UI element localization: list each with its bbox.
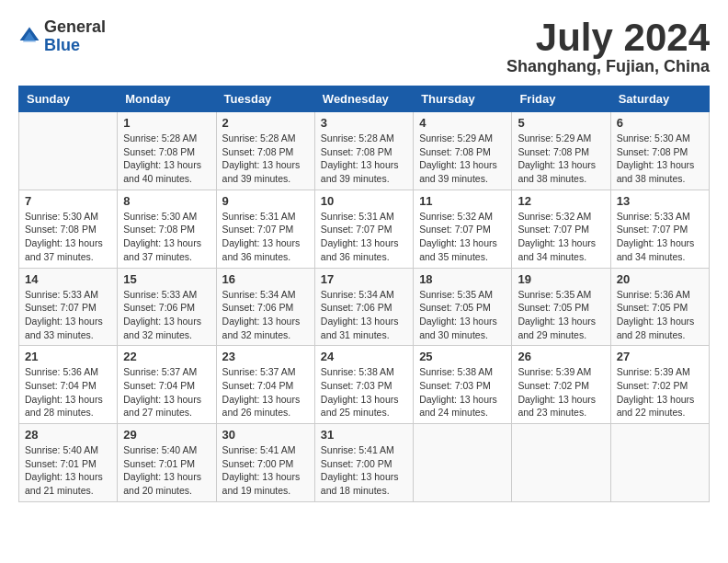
logo-icon [18,26,40,48]
day-number: 31 [321,428,407,442]
col-saturday: Saturday [610,86,709,112]
cell-week3-day2: 16Sunrise: 5:34 AMSunset: 7:06 PMDayligh… [216,268,314,346]
day-info: Sunrise: 5:40 AMSunset: 7:01 PMDaylight:… [25,443,111,498]
cell-week2-day6: 13Sunrise: 5:33 AMSunset: 7:07 PMDayligh… [610,190,709,268]
cell-week4-day3: 24Sunrise: 5:38 AMSunset: 7:03 PMDayligh… [314,346,413,424]
day-info: Sunrise: 5:35 AMSunset: 7:05 PMDaylight:… [419,288,506,342]
cell-week1-day4: 4Sunrise: 5:29 AMSunset: 7:08 PMDaylight… [414,112,512,190]
cell-week5-day6 [610,424,709,502]
day-info: Sunrise: 5:37 AMSunset: 7:04 PMDaylight:… [123,365,210,419]
day-info: Sunrise: 5:30 AMSunset: 7:08 PMDaylight:… [617,132,703,186]
col-wednesday: Wednesday [314,86,413,112]
day-info: Sunrise: 5:28 AMSunset: 7:08 PMDaylight:… [123,132,210,186]
cell-week2-day4: 11Sunrise: 5:32 AMSunset: 7:07 PMDayligh… [414,190,512,268]
day-number: 18 [419,272,506,286]
day-number: 6 [617,116,703,130]
logo-text: General Blue [44,18,106,55]
cell-week3-day6: 20Sunrise: 5:36 AMSunset: 7:05 PMDayligh… [610,268,709,346]
day-number: 2 [222,116,309,130]
day-info: Sunrise: 5:30 AMSunset: 7:08 PMDaylight:… [123,210,210,264]
col-monday: Monday [118,86,216,112]
day-info: Sunrise: 5:32 AMSunset: 7:07 PMDaylight:… [419,210,506,264]
day-number: 11 [419,194,506,208]
day-info: Sunrise: 5:33 AMSunset: 7:07 PMDaylight:… [25,288,111,342]
cell-week1-day5: 5Sunrise: 5:29 AMSunset: 7:08 PMDaylight… [512,112,610,190]
day-number: 12 [518,194,604,208]
col-sunday: Sunday [19,86,118,112]
day-number: 3 [321,116,407,130]
day-number: 15 [123,272,210,286]
cell-week4-day0: 21Sunrise: 5:36 AMSunset: 7:04 PMDayligh… [19,346,118,424]
day-number: 20 [617,272,703,286]
cell-week3-day1: 15Sunrise: 5:33 AMSunset: 7:06 PMDayligh… [118,268,216,346]
calendar-body: 1Sunrise: 5:28 AMSunset: 7:08 PMDaylight… [19,112,710,502]
day-info: Sunrise: 5:41 AMSunset: 7:00 PMDaylight:… [321,443,407,498]
header-row: Sunday Monday Tuesday Wednesday Thursday… [19,86,710,112]
day-info: Sunrise: 5:36 AMSunset: 7:05 PMDaylight:… [617,288,703,342]
cell-week5-day5 [512,424,610,502]
day-number: 29 [123,428,210,442]
day-number: 5 [518,116,604,130]
calendar-table: Sunday Monday Tuesday Wednesday Thursday… [18,86,710,502]
col-friday: Friday [512,86,610,112]
cell-week1-day6: 6Sunrise: 5:30 AMSunset: 7:08 PMDaylight… [610,112,709,190]
cell-week4-day1: 22Sunrise: 5:37 AMSunset: 7:04 PMDayligh… [118,346,216,424]
week-row-4: 21Sunrise: 5:36 AMSunset: 7:04 PMDayligh… [19,346,710,424]
cell-week1-day2: 2Sunrise: 5:28 AMSunset: 7:08 PMDaylight… [216,112,314,190]
col-tuesday: Tuesday [216,86,314,112]
cell-week1-day1: 1Sunrise: 5:28 AMSunset: 7:08 PMDaylight… [118,112,216,190]
day-info: Sunrise: 5:38 AMSunset: 7:03 PMDaylight:… [419,365,506,419]
day-info: Sunrise: 5:31 AMSunset: 7:07 PMDaylight:… [222,210,309,264]
day-number: 7 [25,194,111,208]
day-info: Sunrise: 5:34 AMSunset: 7:06 PMDaylight:… [321,288,407,342]
cell-week1-day0 [19,112,118,190]
day-info: Sunrise: 5:29 AMSunset: 7:08 PMDaylight:… [419,132,506,186]
cell-week3-day5: 19Sunrise: 5:35 AMSunset: 7:05 PMDayligh… [512,268,610,346]
cell-week2-day0: 7Sunrise: 5:30 AMSunset: 7:08 PMDaylight… [19,190,118,268]
day-info: Sunrise: 5:40 AMSunset: 7:01 PMDaylight:… [123,443,210,498]
day-info: Sunrise: 5:30 AMSunset: 7:08 PMDaylight:… [25,210,111,264]
day-info: Sunrise: 5:32 AMSunset: 7:07 PMDaylight:… [518,210,604,264]
day-info: Sunrise: 5:28 AMSunset: 7:08 PMDaylight:… [321,132,407,186]
day-info: Sunrise: 5:33 AMSunset: 7:06 PMDaylight:… [123,288,210,342]
location-subtitle: Shanghang, Fujian, China [506,57,710,76]
day-number: 16 [222,272,309,286]
day-info: Sunrise: 5:28 AMSunset: 7:08 PMDaylight:… [222,132,309,186]
week-row-5: 28Sunrise: 5:40 AMSunset: 7:01 PMDayligh… [19,424,710,502]
cell-week3-day0: 14Sunrise: 5:33 AMSunset: 7:07 PMDayligh… [19,268,118,346]
day-number: 10 [321,194,407,208]
day-info: Sunrise: 5:35 AMSunset: 7:05 PMDaylight:… [518,288,604,342]
week-row-1: 1Sunrise: 5:28 AMSunset: 7:08 PMDaylight… [19,112,710,190]
cell-week5-day4 [414,424,512,502]
cell-week4-day5: 26Sunrise: 5:39 AMSunset: 7:02 PMDayligh… [512,346,610,424]
cell-week1-day3: 3Sunrise: 5:28 AMSunset: 7:08 PMDaylight… [314,112,413,190]
day-number: 22 [123,350,210,363]
day-number: 24 [321,350,407,363]
logo-blue-text: Blue [44,37,106,55]
logo: General Blue [18,18,106,55]
day-info: Sunrise: 5:36 AMSunset: 7:04 PMDaylight:… [25,365,111,419]
day-info: Sunrise: 5:37 AMSunset: 7:04 PMDaylight:… [222,365,309,419]
day-info: Sunrise: 5:39 AMSunset: 7:02 PMDaylight:… [617,365,703,419]
day-info: Sunrise: 5:33 AMSunset: 7:07 PMDaylight:… [617,210,703,264]
day-number: 25 [419,350,506,363]
cell-week2-day5: 12Sunrise: 5:32 AMSunset: 7:07 PMDayligh… [512,190,610,268]
day-info: Sunrise: 5:39 AMSunset: 7:02 PMDaylight:… [518,365,604,419]
day-number: 23 [222,350,309,363]
cell-week3-day4: 18Sunrise: 5:35 AMSunset: 7:05 PMDayligh… [414,268,512,346]
page-header: General Blue July 2024 Shanghang, Fujian… [18,18,710,76]
cell-week5-day1: 29Sunrise: 5:40 AMSunset: 7:01 PMDayligh… [118,424,216,502]
cell-week4-day2: 23Sunrise: 5:37 AMSunset: 7:04 PMDayligh… [216,346,314,424]
month-year-title: July 2024 [506,18,710,57]
day-number: 26 [518,350,604,363]
day-number: 8 [123,194,210,208]
week-row-3: 14Sunrise: 5:33 AMSunset: 7:07 PMDayligh… [19,268,710,346]
day-number: 17 [321,272,407,286]
day-number: 27 [617,350,703,363]
day-number: 4 [419,116,506,130]
day-number: 14 [25,272,111,286]
day-number: 30 [222,428,309,442]
title-section: July 2024 Shanghang, Fujian, China [506,18,710,76]
day-number: 13 [617,194,703,208]
day-number: 28 [25,428,111,442]
